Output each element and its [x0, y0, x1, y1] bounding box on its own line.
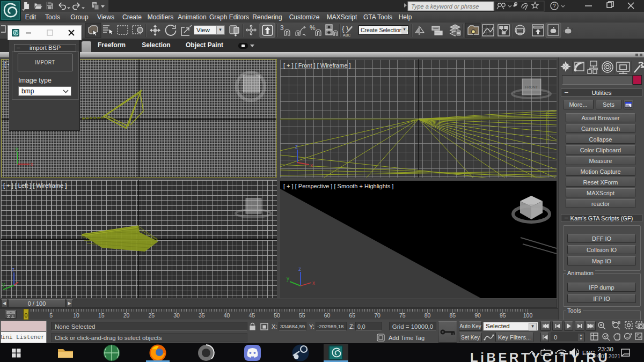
svg-text:z: z: [298, 266, 301, 272]
svg-text:y: y: [16, 146, 18, 152]
svg-text:85: 85: [449, 312, 456, 319]
svg-text:25: 25: [148, 312, 155, 319]
svg-text:x: x: [312, 280, 315, 286]
svg-text:FRONT: FRONT: [525, 85, 538, 89]
svg-text:x: x: [31, 161, 33, 167]
svg-text:20: 20: [123, 312, 130, 319]
svg-text:y: y: [2, 282, 5, 287]
svg-text:5: 5: [49, 312, 53, 319]
svg-text:?: ?: [553, 3, 556, 9]
svg-text:100: 100: [523, 312, 533, 319]
svg-text:30: 30: [173, 312, 180, 319]
svg-text:%: %: [310, 24, 316, 32]
svg-text:35: 35: [199, 312, 205, 319]
svg-text:45: 45: [248, 312, 255, 319]
svg-text:ABC: ABC: [343, 33, 350, 37]
svg-text:z: z: [295, 144, 298, 150]
svg-text:0: 0: [25, 312, 28, 319]
svg-text:y: y: [287, 276, 289, 282]
svg-text:x: x: [310, 162, 313, 168]
svg-text:Type a keyword or phrase: Type a keyword or phrase: [411, 3, 479, 10]
svg-text:60: 60: [324, 312, 331, 319]
svg-text:90: 90: [474, 312, 481, 319]
svg-text:95: 95: [500, 312, 506, 319]
svg-text:40: 40: [224, 312, 230, 319]
svg-text:70: 70: [374, 312, 380, 319]
svg-text:50: 50: [274, 312, 280, 319]
svg-text:3: 3: [280, 24, 284, 32]
svg-text:65: 65: [349, 312, 355, 319]
svg-text:80: 80: [425, 312, 431, 319]
svg-text:75: 75: [399, 312, 406, 319]
svg-text:15: 15: [98, 312, 105, 319]
svg-text:z: z: [12, 267, 14, 272]
svg-text:55: 55: [299, 312, 305, 319]
svg-text:10: 10: [73, 312, 79, 319]
